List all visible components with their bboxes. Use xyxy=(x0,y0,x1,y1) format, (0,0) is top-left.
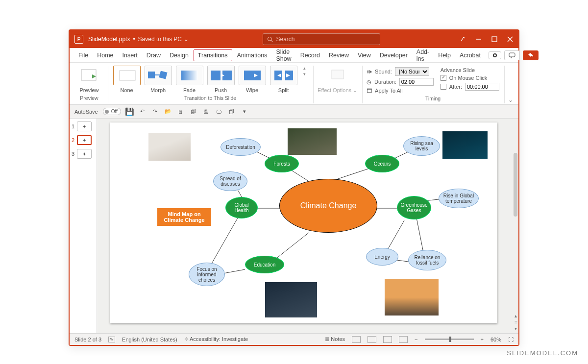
apply-icon: 🗔 xyxy=(367,88,372,94)
slideshow-view-icon[interactable] xyxy=(399,336,408,343)
node-energy[interactable]: Energy xyxy=(366,248,398,266)
thumbnail-3[interactable]: 3✦ xyxy=(72,149,95,159)
tab-home[interactable]: Home xyxy=(93,50,117,61)
sound-icon: 🕪 xyxy=(367,69,372,74)
fit-window-icon[interactable]: ⛶ xyxy=(508,337,514,342)
language-status[interactable]: English (United States) xyxy=(122,337,177,342)
vertical-scrollbar[interactable]: ▴≡▾ xyxy=(511,119,518,333)
normal-view-icon[interactable] xyxy=(352,336,361,343)
open-icon[interactable]: 📂 xyxy=(164,108,172,116)
svg-line-35 xyxy=(416,218,424,255)
new-icon[interactable]: 🗎 xyxy=(177,108,185,116)
on-mouse-click-checkbox[interactable] xyxy=(441,75,446,81)
maximize-button[interactable] xyxy=(491,36,498,43)
undo-icon[interactable]: ↶ xyxy=(139,108,147,116)
more-qat-icon[interactable]: ▾ xyxy=(241,108,248,116)
node-spread-diseases[interactable]: Spread ofdiseases xyxy=(213,171,247,191)
tab-developer[interactable]: Developer xyxy=(376,50,412,61)
mindmap-center[interactable]: Climate Change xyxy=(279,179,377,233)
thumbnail-1[interactable]: 1✦ xyxy=(72,121,95,131)
record-button[interactable] xyxy=(489,51,501,59)
slide-counter: Slide 2 of 3 xyxy=(74,337,101,342)
copy-icon[interactable]: 🗍 xyxy=(228,108,236,116)
node-greenhouse[interactable]: GreenhouseGases xyxy=(397,196,431,219)
transition-split[interactable]: Split xyxy=(270,66,297,93)
duration-input[interactable] xyxy=(399,78,434,86)
node-oceans[interactable]: Oceans xyxy=(365,155,399,172)
clock-icon: ◷ xyxy=(367,79,371,85)
scroll-up-icon[interactable]: ▴ xyxy=(514,313,517,318)
image-health[interactable] xyxy=(148,133,191,161)
sound-select[interactable]: [No Sound] xyxy=(395,67,429,76)
tab-add-ins[interactable]: Add-ins xyxy=(413,47,433,64)
image-industry[interactable] xyxy=(385,279,439,315)
transition-wipe[interactable]: Wipe xyxy=(239,66,266,93)
image-ocean[interactable] xyxy=(442,131,488,159)
mic-icon[interactable] xyxy=(460,36,466,43)
tab-draw[interactable]: Draw xyxy=(143,50,165,61)
zoom-slider[interactable] xyxy=(425,339,474,340)
svg-rect-7 xyxy=(81,70,96,80)
share-button[interactable] xyxy=(523,50,539,60)
svg-rect-23 xyxy=(332,70,343,79)
image-forest[interactable] xyxy=(288,128,337,155)
tab-view[interactable]: View xyxy=(354,50,375,61)
tab-file[interactable]: File xyxy=(74,50,92,61)
slide-thumbnails: 1✦2✦3✦ xyxy=(70,119,97,333)
slide-canvas[interactable]: Mind Map onClimate Change Climate Change… xyxy=(97,119,511,333)
node-health[interactable]: Global Health xyxy=(225,197,258,218)
node-deforestation[interactable]: Deforestation xyxy=(220,138,261,156)
share-icon xyxy=(527,52,534,58)
node-forests[interactable]: Forests xyxy=(265,155,299,172)
transition-morph[interactable]: Morph xyxy=(145,66,172,93)
print-icon[interactable]: 🖶 xyxy=(202,108,210,116)
tab-slide-show[interactable]: Slide Show xyxy=(272,47,295,64)
node-fossil-fuels[interactable]: Reliance onfossil fuels xyxy=(408,250,446,270)
new-slide-icon[interactable]: 🗐 xyxy=(190,108,197,116)
transition-fade[interactable]: Fade xyxy=(176,66,203,93)
tab-transitions[interactable]: Transitions xyxy=(194,49,232,61)
zoom-out-button[interactable]: − xyxy=(415,337,417,342)
tab-design[interactable]: Design xyxy=(166,50,193,61)
tab-review[interactable]: Review xyxy=(325,50,353,61)
reading-view-icon[interactable] xyxy=(383,336,392,343)
tab-acrobat[interactable]: Acrobat xyxy=(456,50,485,61)
ribbon-collapse-button[interactable]: ⌄ xyxy=(508,66,514,103)
watermark: SLIDEMODEL.COM xyxy=(507,349,578,357)
node-education[interactable]: Education xyxy=(245,256,284,273)
chevron-down-icon[interactable]: ⌄ xyxy=(184,36,189,43)
slide: Mind Map onClimate Change Climate Change… xyxy=(110,122,497,323)
accessibility-status[interactable]: ✧ Accessibility: Investigate xyxy=(184,336,248,342)
node-rise-temp[interactable]: Rise in Globaltemperature xyxy=(439,189,479,208)
tab-insert[interactable]: Insert xyxy=(119,50,142,61)
thumbnail-2[interactable]: 2✦ xyxy=(72,135,95,145)
node-informed-choices[interactable]: Focus oninformedchoices xyxy=(189,263,225,286)
sorter-view-icon[interactable] xyxy=(368,336,376,343)
preview-button[interactable]: Preview xyxy=(75,66,103,93)
apply-to-all-button[interactable]: 🗔Apply To All xyxy=(367,88,434,94)
notes-button[interactable]: ≣ Notes xyxy=(325,336,345,342)
after-input[interactable] xyxy=(465,83,499,91)
transition-none[interactable]: None xyxy=(113,66,141,93)
transition-push[interactable]: Push xyxy=(207,66,235,93)
transitions-more-button[interactable]: ▴▾ xyxy=(301,66,308,76)
mindmap-title: Mind Map onClimate Change xyxy=(157,208,211,226)
redo-icon[interactable]: ↷ xyxy=(151,108,159,116)
scroll-down-icon[interactable]: ▾ xyxy=(514,326,517,331)
tab-help[interactable]: Help xyxy=(434,50,455,61)
minimize-button[interactable] xyxy=(475,36,482,43)
search-input[interactable]: Search xyxy=(263,33,380,45)
autosave-toggle[interactable]: Off xyxy=(103,108,121,115)
zoom-in-button[interactable]: + xyxy=(481,337,484,342)
save-icon[interactable]: 💾 xyxy=(126,108,134,116)
close-button[interactable] xyxy=(507,36,514,43)
node-rising-sea[interactable]: Rising sealevels xyxy=(403,136,440,156)
after-checkbox[interactable] xyxy=(441,84,446,90)
timing-group: 🕪Sound:[No Sound] ◷Duration: 🗔Apply To A… xyxy=(366,66,505,103)
comments-button[interactable] xyxy=(504,50,520,60)
image-education[interactable] xyxy=(265,282,317,317)
present-icon[interactable]: 🖵 xyxy=(215,108,223,116)
tab-record[interactable]: Record xyxy=(296,50,324,61)
spellcheck-icon[interactable]: ✎ xyxy=(108,337,115,342)
tab-animations[interactable]: Animations xyxy=(233,50,271,61)
